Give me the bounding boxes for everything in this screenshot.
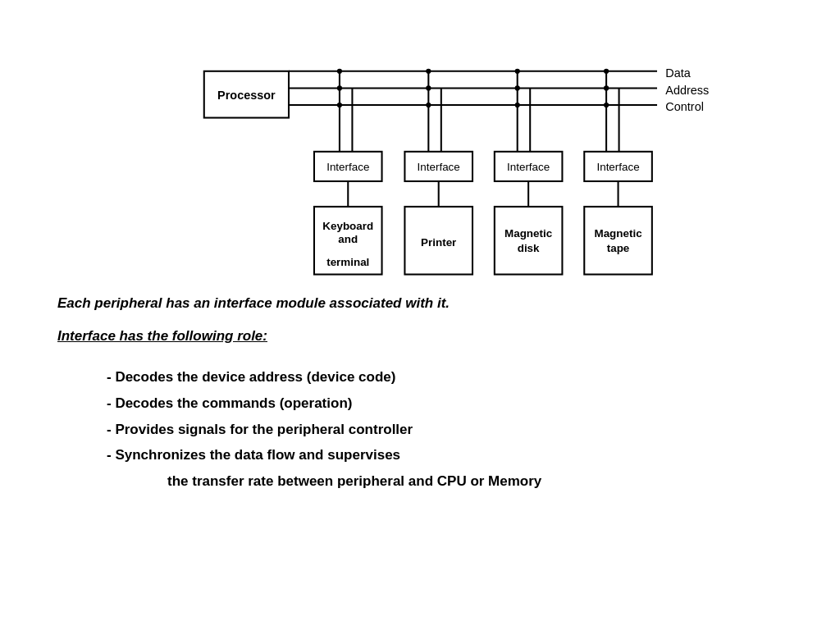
svg-rect-38: [495, 207, 563, 275]
control-label: Control: [665, 100, 704, 113]
interface-role-heading: Interface has the following role:: [57, 328, 783, 345]
svg-text:tape: tape: [607, 242, 630, 254]
svg-text:and: and: [338, 233, 358, 245]
text-section: Each peripheral has an interface module …: [33, 295, 807, 494]
svg-text:Magnetic: Magnetic: [594, 227, 642, 240]
bullet-4-continuation: the transfer rate between peripheral and…: [107, 469, 783, 494]
bullet-3: - Provides signals for the peripheral co…: [107, 418, 783, 442]
bullet-4: - Synchronizes the data flow and supervi…: [107, 443, 783, 468]
bullet-list: - Decodes the device address (device cod…: [57, 365, 783, 494]
svg-text:terminal: terminal: [326, 256, 369, 268]
interface-3-label: Interface: [507, 161, 550, 173]
svg-text:disk: disk: [518, 242, 540, 254]
architecture-diagram: Data Address Control Processor: [33, 25, 807, 287]
bullet-2: - Decodes the commands (operation): [107, 391, 783, 416]
svg-text:Magnetic: Magnetic: [504, 227, 553, 240]
each-peripheral-text: Each peripheral has an interface module …: [57, 295, 783, 312]
bullet-1: - Decodes the device address (device cod…: [107, 365, 783, 390]
data-label: Data: [665, 66, 691, 80]
svg-rect-41: [584, 207, 652, 275]
address-label: Address: [665, 84, 709, 97]
interface-1-label: Interface: [326, 161, 369, 173]
svg-text:Keyboard: Keyboard: [322, 220, 373, 232]
interface-4-label: Interface: [596, 161, 639, 173]
interface-2-label: Interface: [418, 161, 460, 173]
processor-label: Processor: [217, 89, 276, 102]
svg-text:Printer: Printer: [421, 236, 457, 249]
